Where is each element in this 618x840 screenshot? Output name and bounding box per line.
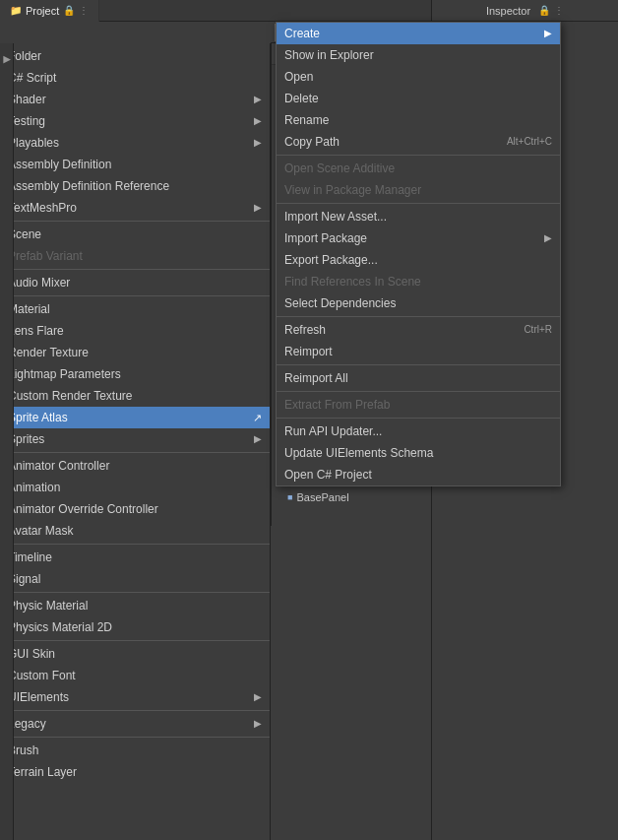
menu-item-find-references: Find References In Scene — [277, 271, 560, 292]
menu-item-audio-mixer[interactable]: Audio Mixer — [0, 272, 270, 293]
menu-item-open-scene-additive: Open Scene Additive — [277, 158, 560, 179]
arrow-icon: ▶ — [254, 110, 262, 132]
menu-item-assembly-def[interactable]: Assembly Definition — [0, 154, 270, 175]
menu-item-lightmap-params[interactable]: Lightmap Parameters — [0, 363, 270, 385]
lock-icon: 🔒 — [63, 0, 75, 22]
tab-project[interactable]: 📁 Project 🔒 ⋮ — [0, 0, 99, 22]
tab-project-icon: 📁 — [10, 0, 22, 22]
menu-item-export-package[interactable]: Export Package... — [277, 249, 560, 271]
arrow-icon: ▶ — [544, 23, 552, 44]
inspector-panel-header: Inspector 🔒 ⋮ — [431, 0, 618, 22]
menu-item-render-texture[interactable]: Render Texture — [0, 342, 270, 363]
menu-item-timeline[interactable]: Timeline — [0, 547, 270, 568]
menu-item-animation[interactable]: Animation — [0, 477, 270, 498]
menu-item-custom-render-texture[interactable]: Custom Render Texture — [0, 385, 270, 407]
menu-item-physics-material-2d[interactable]: Physics Material 2D — [0, 616, 270, 638]
arrow-icon: ▶ — [254, 686, 262, 708]
arrow-icon: ▶ — [254, 89, 262, 110]
menu-separator — [277, 316, 560, 317]
menu-separator — [277, 391, 560, 392]
menu-separator — [0, 295, 270, 296]
arrow-icon: ▶ — [254, 197, 262, 219]
menu-separator — [0, 221, 270, 222]
menu-item-create[interactable]: Create ▶ — [277, 23, 560, 44]
menu-item-animator-controller[interactable]: Animator Controller — [0, 455, 270, 477]
menu-item-refresh[interactable]: Refresh Ctrl+R — [277, 319, 560, 341]
menu-item-sprite-atlas[interactable]: Sprite Atlas ↗ — [0, 407, 270, 428]
menu-separator — [0, 592, 270, 593]
menu-item-select-dependencies[interactable]: Select Dependencies — [277, 292, 560, 314]
menu-separator — [277, 418, 560, 419]
menu-item-import-package[interactable]: Import Package ▶ — [277, 227, 560, 249]
menu-item-animator-override[interactable]: Animator Override Controller — [0, 498, 270, 520]
menu-item-playables[interactable]: Playables ▶ — [0, 132, 270, 154]
vertical-label: ◀ — [1, 51, 12, 70]
menu-item-gui-skin[interactable]: GUI Skin — [0, 643, 270, 665]
menu-separator — [0, 452, 270, 453]
arrow-icon: ▶ — [254, 713, 262, 735]
menu-item-textmeshpro[interactable]: TextMeshPro ▶ — [0, 197, 270, 219]
menu-item-folder[interactable]: Folder — [0, 45, 270, 67]
menu-item-terrain-layer[interactable]: Terrain Layer — [0, 761, 270, 783]
menu-item-uielements[interactable]: UIElements ▶ — [0, 686, 270, 708]
shortcut-label: Alt+Ctrl+C — [507, 131, 552, 153]
menu-separator — [277, 364, 560, 365]
right-context-menu: Create ▶ Show in Explorer Open Delete Re… — [276, 22, 561, 486]
menu-item-show-explorer[interactable]: Show in Explorer — [277, 44, 560, 66]
menu-item-physic-material[interactable]: Physic Material — [0, 595, 270, 616]
menu-item-delete[interactable]: Delete — [277, 88, 560, 109]
inspector-lock-icon[interactable]: 🔒 — [538, 5, 550, 16]
menu-item-open[interactable]: Open — [277, 66, 560, 88]
menu-separator — [0, 269, 270, 270]
menu-item-update-uielements-schema[interactable]: Update UIElements Schema — [277, 442, 560, 464]
left-panel-icons: ◀ — [0, 43, 14, 840]
menu-item-reimport[interactable]: Reimport — [277, 341, 560, 362]
menu-item-prefab-variant: Prefab Variant — [0, 245, 270, 267]
menu-item-material[interactable]: Material — [0, 298, 270, 320]
menu-separator — [0, 544, 270, 545]
menu-item-sprites[interactable]: Sprites ▶ — [0, 428, 270, 450]
menu-separator — [277, 155, 560, 156]
left-context-menu: Folder C# Script Shader ▶ Testing ▶ Play… — [0, 43, 271, 840]
menu-item-custom-font[interactable]: Custom Font — [0, 665, 270, 686]
menu-item-open-csharp-project[interactable]: Open C# Project — [277, 464, 560, 485]
arrow-icon: ▶ — [544, 227, 552, 249]
more-icon[interactable]: ⋮ — [79, 0, 89, 22]
inspector-more-icon[interactable]: ⋮ — [554, 5, 564, 16]
tab-project-label: Project — [26, 0, 59, 22]
menu-item-testing[interactable]: Testing ▶ — [0, 110, 270, 132]
menu-item-shader[interactable]: Shader ▶ — [0, 89, 270, 110]
menu-item-rename[interactable]: Rename — [277, 109, 560, 131]
menu-item-lens-flare[interactable]: Lens Flare — [0, 320, 270, 342]
menu-separator — [0, 640, 270, 641]
menu-item-avatar-mask[interactable]: Avatar Mask — [0, 520, 270, 542]
menu-item-csharp[interactable]: C# Script — [0, 67, 270, 89]
inspector-title: Inspector — [486, 5, 530, 17]
menu-item-extract-from-prefab: Extract From Prefab — [277, 394, 560, 416]
menu-separator — [277, 203, 560, 204]
menu-item-view-package-manager: View in Package Manager — [277, 179, 560, 201]
menu-separator — [0, 737, 270, 738]
file-item-basepanel[interactable]: ■ BasePanel — [279, 488, 423, 506]
menu-item-scene[interactable]: Scene — [0, 224, 270, 245]
menu-item-legacy[interactable]: Legacy ▶ — [0, 713, 270, 735]
menu-item-copy-path[interactable]: Copy Path Alt+Ctrl+C — [277, 131, 560, 153]
tab-bar: 📁 Project 🔒 ⋮ — [0, 0, 431, 22]
menu-item-brush[interactable]: Brush — [0, 740, 270, 761]
menu-separator — [0, 710, 270, 711]
cursor-icon: ↗ — [253, 407, 262, 428]
menu-item-reimport-all[interactable]: Reimport All — [277, 367, 560, 389]
menu-item-run-api-updater[interactable]: Run API Updater... — [277, 420, 560, 442]
arrow-icon: ▶ — [254, 428, 262, 450]
shortcut-label: Ctrl+R — [524, 319, 552, 341]
menu-item-assembly-def-ref[interactable]: Assembly Definition Reference — [0, 175, 270, 197]
menu-item-signal[interactable]: Signal — [0, 568, 270, 590]
arrow-icon: ▶ — [254, 132, 262, 154]
menu-item-import-new-asset[interactable]: Import New Asset... — [277, 206, 560, 227]
